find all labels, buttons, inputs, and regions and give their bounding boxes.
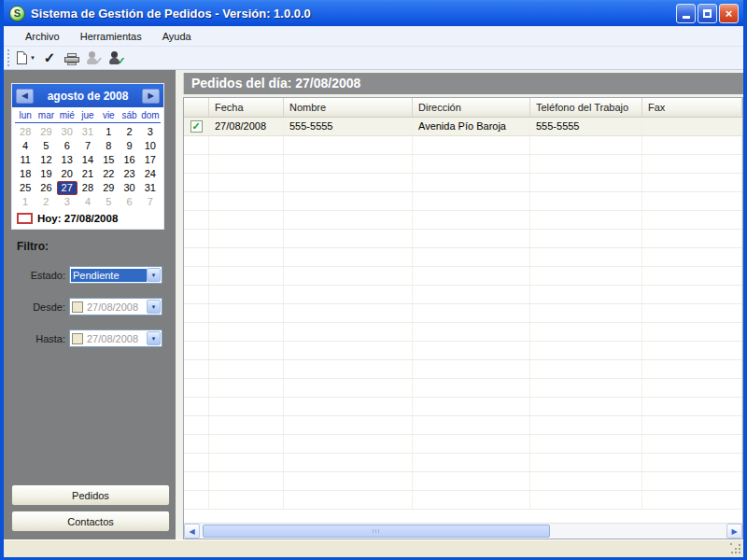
table-cell — [209, 192, 284, 210]
calendar-day[interactable]: 11 — [15, 153, 35, 167]
table-row-empty — [184, 230, 742, 248]
calendar-day[interactable]: 28 — [78, 181, 98, 195]
column-header-fecha[interactable]: Fecha — [209, 98, 284, 117]
table-cell: 555-5555 — [530, 118, 642, 135]
calendar-day[interactable]: 7 — [140, 195, 161, 209]
calendar-day[interactable]: 2 — [119, 125, 139, 139]
maximize-button[interactable] — [698, 4, 717, 23]
nav-button-pedidos[interactable]: Pedidos — [11, 484, 170, 506]
horizontal-scrollbar[interactable]: ◀ ▶ — [184, 523, 742, 539]
calendar-day[interactable]: 20 — [57, 167, 78, 181]
calendar-day-name: mié — [57, 110, 78, 120]
column-header-select[interactable] — [184, 98, 209, 117]
chevron-down-icon[interactable]: ▼ — [147, 331, 161, 345]
calendar-day[interactable]: 17 — [140, 153, 161, 167]
calendar-day[interactable]: 16 — [119, 153, 139, 167]
calendar-day[interactable]: 13 — [57, 153, 78, 167]
new-document-button[interactable]: ▼ — [15, 48, 37, 68]
menu-item-ayuda[interactable]: Ayuda — [152, 28, 202, 45]
app-icon: S — [9, 6, 25, 21]
sidebar: ◀ agosto de 2008 ▶ lunmarmiéjueviesábdom… — [4, 70, 176, 539]
calendar-day[interactable]: 10 — [140, 139, 161, 153]
table-row[interactable]: ✓27/08/2008555-5555Avenida Pío Baroja555… — [184, 118, 742, 136]
chevron-down-icon[interactable]: ▼ — [147, 268, 161, 282]
desde-checkbox[interactable] — [72, 301, 83, 313]
estado-select[interactable]: Pendiente ▼ — [69, 266, 162, 284]
calendar-day[interactable]: 23 — [119, 167, 139, 181]
calendar-day[interactable]: 31 — [78, 125, 98, 139]
row-checkbox[interactable]: ✓ — [190, 120, 203, 133]
calendar-day[interactable]: 12 — [35, 153, 56, 167]
sidebar-splitter[interactable] — [176, 70, 183, 539]
contact-check-button[interactable]: ✓ — [106, 48, 127, 68]
calendar-day[interactable]: 7 — [78, 139, 98, 153]
calendar-day[interactable]: 29 — [35, 125, 56, 139]
table-cell — [209, 267, 284, 285]
calendar-day[interactable]: 29 — [98, 181, 119, 195]
minimize-button[interactable] — [676, 4, 696, 23]
nav-button-contactos[interactable]: Contactos — [11, 511, 170, 532]
menu-item-archivo[interactable]: Archivo — [15, 28, 70, 45]
scroll-right-button[interactable]: ▶ — [726, 524, 742, 539]
table-cell — [530, 174, 642, 191]
calendar: ◀ agosto de 2008 ▶ lunmarmiéjueviesábdom… — [11, 83, 164, 230]
table-cell — [530, 211, 642, 229]
calendar-day[interactable]: 21 — [78, 167, 98, 181]
calendar-day[interactable]: 6 — [57, 139, 78, 153]
table-row-empty — [184, 211, 742, 230]
calendar-day[interactable]: 30 — [57, 125, 78, 139]
hasta-datepicker[interactable]: 27/08/2008 ▼ — [69, 329, 162, 347]
calendar-day[interactable]: 4 — [15, 139, 35, 153]
column-header-direcci-n[interactable]: Dirección — [413, 98, 530, 117]
column-header-nombre[interactable]: Nombre — [284, 98, 413, 117]
confirm-button[interactable]: ✓ — [39, 48, 60, 68]
calendar-day[interactable]: 31 — [140, 181, 161, 195]
calendar-day[interactable]: 28 — [15, 125, 35, 139]
print-button[interactable] — [62, 48, 82, 68]
table-cell — [413, 304, 530, 322]
table-cell — [413, 342, 530, 359]
table-cell — [209, 304, 284, 322]
table-cell — [642, 211, 742, 229]
calendar-day[interactable]: 26 — [35, 181, 56, 195]
calendar-day[interactable]: 5 — [98, 195, 119, 209]
calendar-day[interactable]: 15 — [98, 153, 119, 167]
minimize-icon — [683, 16, 690, 19]
chevron-down-icon[interactable]: ▼ — [147, 300, 161, 314]
column-header-fax[interactable]: Fax — [642, 98, 742, 117]
calendar-day[interactable]: 30 — [119, 181, 139, 195]
menu-item-herramientas[interactable]: Herramientas — [70, 28, 152, 45]
calendar-today-row[interactable]: Hoy: 27/08/2008 — [12, 210, 163, 229]
calendar-day[interactable]: 3 — [140, 125, 161, 139]
calendar-day[interactable]: 1 — [98, 125, 119, 139]
calendar-day[interactable]: 19 — [35, 167, 56, 181]
desde-datepicker[interactable]: 27/08/2008 ▼ — [69, 298, 162, 315]
close-button[interactable]: × — [719, 4, 739, 23]
table-body: ✓27/08/2008555-5555Avenida Pío Baroja555… — [184, 118, 742, 523]
calendar-day[interactable]: 3 — [57, 195, 78, 209]
calendar-day[interactable]: 5 — [35, 139, 56, 153]
calendar-day[interactable]: 6 — [119, 195, 139, 209]
hasta-checkbox[interactable] — [72, 333, 83, 344]
scrollbar-track[interactable] — [200, 524, 726, 539]
calendar-day[interactable]: 1 — [15, 195, 35, 209]
scroll-left-button[interactable]: ◀ — [184, 524, 200, 539]
table-cell — [642, 323, 742, 341]
calendar-day[interactable]: 14 — [78, 153, 98, 167]
calendar-day[interactable]: 8 — [98, 139, 119, 153]
column-header-tel-fono-del-trabajo[interactable]: Teléfono del Trabajo — [530, 98, 642, 117]
calendar-next-button[interactable]: ▶ — [142, 89, 160, 104]
calendar-grid: 2829303112345678910111213141516171819202… — [12, 123, 163, 210]
resize-grip-icon[interactable] — [730, 543, 742, 555]
calendar-day-selected[interactable]: 27 — [57, 181, 78, 195]
calendar-day[interactable]: 24 — [140, 167, 161, 181]
scrollbar-thumb[interactable] — [203, 525, 550, 538]
calendar-day[interactable]: 25 — [15, 181, 35, 195]
calendar-day[interactable]: 22 — [98, 167, 119, 181]
calendar-day[interactable]: 2 — [35, 195, 56, 209]
calendar-day[interactable]: 4 — [78, 195, 98, 209]
calendar-prev-button[interactable]: ◀ — [16, 89, 34, 104]
calendar-day[interactable]: 18 — [15, 167, 35, 181]
table-cell — [413, 192, 530, 210]
calendar-day[interactable]: 9 — [119, 139, 139, 153]
